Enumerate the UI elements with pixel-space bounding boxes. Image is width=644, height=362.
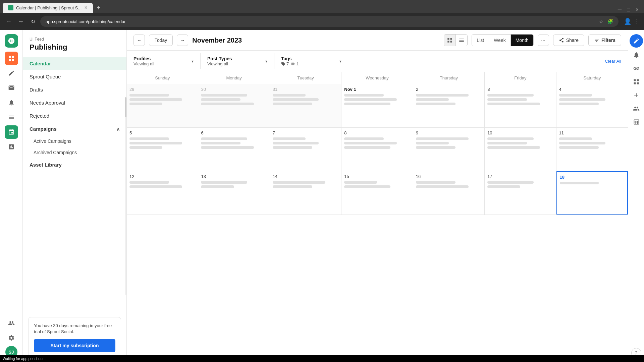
cal-cell-nov12[interactable]: 12 xyxy=(127,171,198,215)
minimize-icon[interactable]: ─ xyxy=(618,7,622,13)
skeleton xyxy=(487,94,533,97)
profiles-filter[interactable]: Profiles Viewing all ▾ xyxy=(133,53,201,69)
skeleton xyxy=(273,142,319,144)
prev-month-button[interactable]: ← xyxy=(133,35,145,46)
today-button[interactable]: Today xyxy=(149,35,173,46)
rail-home-icon[interactable] xyxy=(5,52,18,65)
cal-cell-oct29[interactable]: 29 xyxy=(127,84,198,127)
rail-compose-icon[interactable] xyxy=(5,66,18,80)
link-right-icon[interactable] xyxy=(630,62,642,74)
cal-cell-nov1[interactable]: Nov 1 xyxy=(341,84,413,127)
cal-cell-nov10[interactable]: 10 xyxy=(485,128,556,171)
rail-team-icon[interactable] xyxy=(5,316,18,330)
cal-cell-nov17[interactable]: 17 xyxy=(485,171,556,215)
skeleton xyxy=(273,137,306,140)
browser-right-icons: 👤 ⋮ xyxy=(624,18,640,25)
url-bar[interactable]: app.sproutsocial.com/publishing/calendar… xyxy=(40,16,619,27)
grid-right-icon[interactable] xyxy=(630,76,642,88)
share-button[interactable]: Share xyxy=(553,35,584,46)
next-month-button[interactable]: → xyxy=(177,35,188,46)
cal-cell-oct31[interactable]: 31 xyxy=(270,84,341,127)
active-campaigns-label: Active Campaigns xyxy=(34,138,71,144)
active-tab[interactable]: Calendar | Publishing | Sprout S... × xyxy=(3,3,93,13)
filter-bar: Profiles Viewing all ▾ Post Types Viewin… xyxy=(127,51,628,72)
asset-library-label: Asset Library xyxy=(30,162,62,168)
svg-rect-5 xyxy=(450,38,452,40)
table-right-icon[interactable] xyxy=(630,116,642,128)
cal-cell-nov5[interactable]: 5 xyxy=(127,128,198,171)
more-options-button[interactable]: ··· xyxy=(538,35,549,46)
cal-cell-nov2[interactable]: 2 xyxy=(413,84,485,127)
rail-settings-icon[interactable] xyxy=(5,331,18,345)
tags-filter[interactable]: Tags 7 1 ▾ xyxy=(281,53,348,69)
grid-view-button[interactable] xyxy=(444,35,456,46)
sidebar-item-rejected[interactable]: Rejected xyxy=(23,109,126,122)
sidebar-item-needs-approval[interactable]: Needs Approval xyxy=(23,96,126,109)
cal-cell-nov14[interactable]: 14 xyxy=(270,171,341,215)
campaigns-chevron-icon: ∧ xyxy=(116,126,120,132)
new-tab-button[interactable]: + xyxy=(94,3,104,13)
cal-cell-nov8[interactable]: 8 xyxy=(341,128,413,171)
sidebar-item-sprout-queue[interactable]: Sprout Queue xyxy=(23,70,126,83)
rail-inbox-icon[interactable] xyxy=(5,81,18,95)
cal-cell-nov9[interactable]: 9 xyxy=(413,128,485,171)
menu-icon[interactable]: ⋮ xyxy=(634,18,640,25)
extensions-icon[interactable]: 🧩 xyxy=(607,19,613,24)
month-view-button[interactable]: Month xyxy=(511,35,533,46)
cal-cell-nov15[interactable]: 15 xyxy=(341,171,413,215)
cal-cell-nov6[interactable]: 6 xyxy=(198,128,270,171)
cal-cell-nov13[interactable]: 13 xyxy=(198,171,270,215)
cal-cell-oct30[interactable]: 30 xyxy=(198,84,270,127)
skeleton xyxy=(273,146,312,149)
sidebar-item-calendar[interactable]: Calendar xyxy=(23,57,126,70)
back-button[interactable]: ← xyxy=(4,17,13,26)
skeleton xyxy=(487,98,527,101)
sidebar-item-archived-campaigns[interactable]: Archived Campaigns xyxy=(23,147,126,158)
day-header-fri: Friday xyxy=(485,72,556,84)
sidebar-item-active-campaigns[interactable]: Active Campaigns xyxy=(23,135,126,147)
close-icon[interactable]: × xyxy=(636,7,639,13)
user-right-icon[interactable] xyxy=(630,103,642,115)
compose-button[interactable] xyxy=(630,34,643,48)
refresh-button[interactable]: ↻ xyxy=(28,17,38,26)
forward-button[interactable]: → xyxy=(16,17,25,26)
sidebar-scrollbar-thumb[interactable] xyxy=(125,97,126,117)
trial-banner: You have 30 days remaining in your free … xyxy=(28,317,121,358)
tags-filter-label: Tags xyxy=(281,56,299,61)
sidebar-title: Publishing xyxy=(30,43,120,52)
cal-cell-nov3[interactable]: 3 xyxy=(485,84,556,127)
sidebar-item-drafts[interactable]: Drafts xyxy=(23,83,126,96)
calendar-week-1: 29 30 31 Nov 1 xyxy=(127,84,628,128)
cal-cell-nov11[interactable]: 11 xyxy=(556,128,628,171)
maximize-icon[interactable]: □ xyxy=(627,7,630,13)
clear-all-button[interactable]: Clear All xyxy=(605,59,621,64)
list-view-period-button[interactable]: List xyxy=(472,35,489,46)
tags-count: 7 xyxy=(286,61,289,66)
skeleton xyxy=(487,146,540,149)
sprout-logo[interactable] xyxy=(5,34,18,48)
start-subscription-button[interactable]: Start my subscription xyxy=(34,339,115,352)
rail-publishing-icon[interactable] xyxy=(5,125,18,139)
list-view-button[interactable] xyxy=(456,35,467,46)
rail-list-icon[interactable] xyxy=(5,111,18,124)
profiles-filter-label: Profiles xyxy=(133,56,154,61)
tab-close-button[interactable]: × xyxy=(84,5,87,11)
post-types-filter[interactable]: Post Types Viewing all ▾ xyxy=(207,53,274,69)
rail-analytics-icon[interactable] xyxy=(5,140,18,154)
skeleton xyxy=(129,181,169,184)
skeleton xyxy=(129,137,169,140)
svg-rect-4 xyxy=(448,38,449,40)
sidebar-item-asset-library[interactable]: Asset Library xyxy=(23,158,126,171)
cal-cell-nov4[interactable]: 4 xyxy=(556,84,628,127)
add-right-icon[interactable] xyxy=(630,89,642,101)
bookmark-icon[interactable]: ☆ xyxy=(599,19,603,24)
notifications-right-icon[interactable] xyxy=(630,49,642,61)
rail-notifications-icon[interactable] xyxy=(5,96,18,109)
cal-cell-nov7[interactable]: 7 xyxy=(270,128,341,171)
filters-button[interactable]: Filters xyxy=(588,35,621,46)
cal-cell-nov16[interactable]: 16 xyxy=(413,171,485,215)
account-icon[interactable]: 👤 xyxy=(624,18,631,25)
week-view-button[interactable]: Week xyxy=(489,35,511,46)
sidebar-campaigns-section[interactable]: Campaigns ∧ xyxy=(23,122,126,135)
cal-cell-nov18[interactable]: 18 xyxy=(556,171,628,215)
